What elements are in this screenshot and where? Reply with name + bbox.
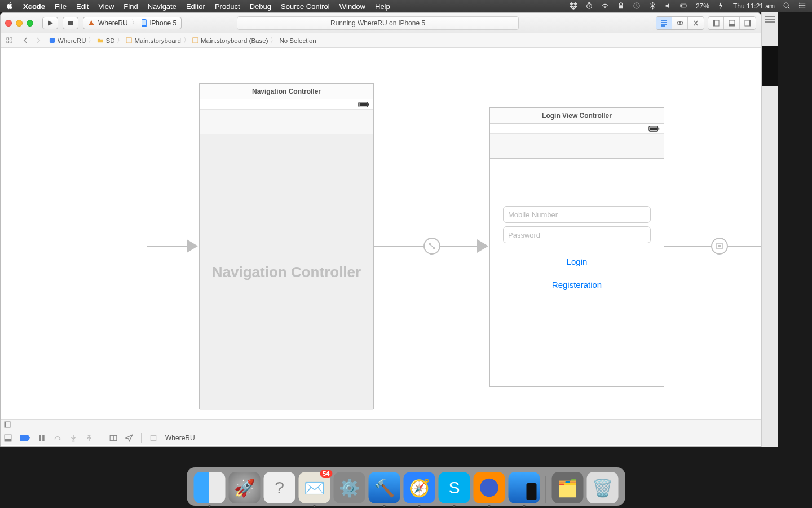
menu-help[interactable]: Help — [375, 2, 390, 11]
initial-vc-arrow — [147, 246, 187, 247]
mobile-number-field[interactable]: Mobile Number — [503, 206, 651, 223]
timemachine-icon[interactable] — [633, 2, 641, 11]
dock-firefox[interactable] — [474, 472, 505, 503]
related-items-icon[interactable] — [4, 36, 14, 45]
menu-view[interactable]: View — [98, 2, 114, 11]
dock-trash[interactable]: 🗑️ — [587, 472, 619, 503]
menu-editor[interactable]: Editor — [186, 2, 205, 11]
svg-rect-21 — [6, 38, 8, 40]
history-back-icon[interactable] — [20, 36, 30, 45]
svg-point-14 — [679, 21, 683, 25]
svg-rect-12 — [142, 20, 146, 25]
crumb-selection[interactable]: No Selection — [279, 37, 316, 44]
version-editor-button[interactable] — [688, 17, 704, 29]
menu-find[interactable]: Find — [123, 2, 138, 11]
process-icon — [149, 434, 157, 442]
step-over-icon[interactable] — [54, 434, 61, 442]
login-view-controller-scene[interactable]: Login View Controller Mobile Number Pass… — [489, 107, 664, 387]
jump-bar[interactable]: | | WhereRU 〉 SD 〉 Main.storyboard 〉 Mai… — [1, 33, 761, 48]
location-icon[interactable] — [125, 434, 133, 442]
window-minimize-button[interactable] — [16, 20, 23, 27]
registration-button[interactable]: Registeration — [490, 280, 664, 290]
crumb-storyboard-base[interactable]: Main.storyboard (Base) — [192, 37, 268, 44]
history-forward-icon[interactable] — [33, 36, 43, 45]
dock-mail[interactable]: ✉️ — [299, 472, 330, 503]
scheme-app-label: WhereRU — [98, 19, 128, 27]
crumb-folder[interactable]: SD — [97, 37, 114, 44]
svg-rect-42 — [42, 435, 45, 441]
scene-title: Navigation Controller — [200, 84, 373, 99]
login-button[interactable]: Login — [490, 257, 664, 266]
window-close-button[interactable] — [5, 20, 12, 27]
dock-help[interactable]: ? — [264, 472, 295, 503]
push-segue-icon[interactable] — [711, 238, 728, 255]
apple-logo-icon[interactable] — [6, 2, 14, 11]
menu-product[interactable]: Product — [215, 2, 240, 11]
svg-rect-22 — [10, 38, 12, 40]
pause-icon[interactable] — [38, 434, 46, 442]
scheme-device-label: iPhone 5 — [150, 19, 176, 27]
navigation-controller-scene[interactable]: Navigation Controller Navigation Control… — [199, 83, 374, 409]
right-panel-toggle[interactable] — [740, 17, 756, 29]
canvas-footer — [1, 419, 761, 430]
menubar-clock[interactable]: Thu 11:21 am — [733, 2, 775, 10]
dock-finder[interactable] — [194, 472, 226, 503]
menu-source-control[interactable]: Source Control — [281, 2, 330, 11]
window-zoom-button[interactable] — [27, 20, 33, 27]
timer-icon[interactable] — [585, 2, 593, 11]
assistant-editor-button[interactable] — [672, 17, 688, 29]
breakpoint-toggle-icon[interactable] — [20, 435, 30, 441]
dock-downloads-folder[interactable]: 🗂️ — [552, 472, 584, 503]
password-field[interactable]: Password — [503, 226, 651, 243]
dock-system-preferences[interactable]: ⚙️ — [334, 472, 365, 503]
left-panel-toggle[interactable] — [708, 17, 724, 29]
document-outline-toggle-icon[interactable] — [4, 420, 11, 430]
dock-ios-simulator[interactable] — [509, 472, 540, 503]
menu-file[interactable]: File — [55, 2, 67, 11]
battery-icon[interactable] — [680, 2, 688, 11]
dock-separator — [546, 476, 546, 503]
panel-toggle-segmented[interactable] — [708, 16, 756, 30]
menubar-app-name[interactable]: Xcode — [23, 2, 45, 11]
dock-launchpad[interactable]: 🚀 — [229, 472, 261, 503]
lock-icon[interactable] — [617, 2, 625, 11]
dock-safari[interactable]: 🧭 — [404, 472, 435, 503]
scene-title: Login View Controller — [490, 108, 664, 124]
scene-nav-bar — [490, 134, 664, 159]
crumb-project[interactable]: WhereRU — [49, 37, 86, 44]
dock-xcode[interactable]: 🔨 — [369, 472, 400, 503]
hide-debug-area-icon[interactable] — [4, 434, 12, 442]
bluetooth-icon[interactable] — [648, 2, 656, 11]
dropbox-icon[interactable] — [570, 2, 577, 11]
svg-rect-25 — [50, 38, 55, 43]
svg-point-6 — [784, 3, 788, 7]
menu-window[interactable]: Window — [339, 2, 365, 11]
svg-rect-44 — [88, 435, 91, 436]
macos-dock: 🚀 ? ✉️ ⚙️ 🔨 🧭 S 🗂️ 🗑️ — [187, 467, 625, 506]
view-debugger-icon[interactable] — [109, 434, 117, 442]
step-out-icon[interactable] — [85, 434, 93, 442]
standard-editor-button[interactable] — [656, 17, 672, 29]
storyboard-canvas[interactable]: Navigation Controller Navigation Control… — [1, 48, 761, 430]
spotlight-icon[interactable] — [783, 2, 791, 11]
stop-button[interactable] — [63, 17, 78, 29]
root-segue-icon[interactable] — [423, 238, 440, 255]
crumb-storyboard[interactable]: Main.storyboard — [126, 37, 180, 44]
svg-rect-23 — [6, 41, 8, 43]
debug-process-label[interactable]: WhereRU — [165, 434, 195, 442]
run-button[interactable] — [42, 17, 58, 29]
notification-center-icon[interactable] — [798, 2, 806, 11]
bottom-panel-toggle[interactable] — [724, 17, 740, 29]
menu-debug[interactable]: Debug — [250, 2, 271, 11]
scheme-selector[interactable]: WhereRU 〉 iPhone 5 — [83, 17, 182, 29]
menu-edit[interactable]: Edit — [76, 2, 89, 11]
activity-viewer: Running WhereRU on iPhone 5 — [237, 16, 519, 30]
dock-skype[interactable]: S — [439, 472, 470, 503]
editor-mode-segmented[interactable] — [656, 16, 704, 30]
hamburger-icon — [765, 16, 775, 23]
svg-rect-35 — [650, 127, 657, 130]
menu-navigate[interactable]: Navigate — [148, 2, 176, 11]
wifi-icon[interactable] — [601, 2, 609, 11]
step-into-icon[interactable] — [69, 434, 77, 442]
volume-icon[interactable] — [664, 2, 672, 11]
